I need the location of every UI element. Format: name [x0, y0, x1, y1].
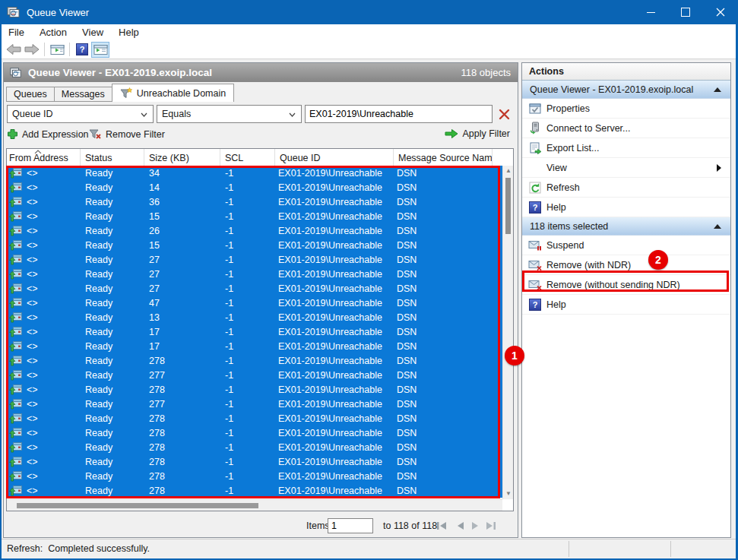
filter-field-select[interactable]: Queue ID: [7, 105, 154, 123]
table-row[interactable]: <>Ready277-1EX01-2019\UnreachableDSN: [7, 397, 502, 411]
action-connect-to-server[interactable]: Connect to Server...: [522, 119, 730, 138]
help-button[interactable]: ?: [73, 41, 91, 58]
filter-operator-select[interactable]: Equals: [157, 105, 302, 123]
back-button[interactable]: [5, 41, 23, 58]
horizontal-scroll-thumb[interactable]: [17, 503, 258, 508]
close-button[interactable]: [703, 0, 738, 24]
cell-message-source: DSN: [397, 442, 473, 453]
vertical-scroll-thumb[interactable]: [505, 178, 511, 234]
table-row[interactable]: <>Ready34-1EX01-2019\UnreachableDSN: [7, 166, 502, 180]
menu-action[interactable]: Action: [32, 27, 74, 38]
tab-queues[interactable]: Queues: [6, 87, 55, 102]
table-row[interactable]: <>Ready277-1EX01-2019\UnreachableDSN: [7, 368, 502, 382]
table-row[interactable]: <>Ready13-1EX01-2019\UnreachableDSN: [7, 310, 502, 324]
table-row[interactable]: <>Ready15-1EX01-2019\UnreachableDSN: [7, 238, 502, 252]
delete-expression-button[interactable]: [496, 106, 512, 122]
filter-value-input[interactable]: [305, 105, 493, 123]
red-x-icon: [499, 109, 510, 120]
table-row[interactable]: <>Ready278-1EX01-2019\UnreachableDSN: [7, 440, 502, 454]
forward-icon: [24, 43, 40, 55]
column-size[interactable]: Size (KB): [144, 149, 220, 166]
column-message-source[interactable]: Message Source Name: [394, 149, 493, 166]
apply-filter-button[interactable]: Apply Filter: [445, 128, 510, 139]
minimize-button[interactable]: [633, 0, 668, 24]
scroll-up-icon[interactable]: ▲: [505, 168, 512, 174]
table-row[interactable]: <>Ready278-1EX01-2019\UnreachableDSN: [7, 411, 502, 426]
next-page-button[interactable]: [471, 521, 480, 533]
previous-page-button[interactable]: [456, 521, 464, 533]
cell-status: Ready: [85, 211, 149, 222]
cell-queue-id: EX01-2019\Unreachable: [278, 370, 397, 381]
action-view[interactable]: View: [522, 158, 730, 178]
table-row[interactable]: <>Ready27-1EX01-2019\UnreachableDSN: [7, 252, 502, 267]
table-row[interactable]: <>Ready27-1EX01-2019\UnreachableDSN: [7, 267, 502, 281]
table-row[interactable]: <>Ready47-1EX01-2019\UnreachableDSN: [7, 296, 502, 310]
actions-pane-title: Actions: [522, 63, 730, 81]
action-properties[interactable]: Properties: [522, 99, 730, 119]
table-row[interactable]: <>Ready17-1EX01-2019\UnreachableDSN: [7, 339, 502, 353]
table-row[interactable]: <>Ready17-1EX01-2019\UnreachableDSN: [7, 324, 502, 339]
table-row[interactable]: <>Ready278-1EX01-2019\UnreachableDSN: [7, 382, 502, 397]
table-row[interactable]: <>Ready278-1EX01-2019\UnreachableDSN: [7, 426, 502, 440]
cell-scl: -1: [225, 370, 278, 381]
table-row[interactable]: <>Ready14-1EX01-2019\UnreachableDSN: [7, 180, 502, 195]
table-row[interactable]: <>Ready36-1EX01-2019\UnreachableDSN: [7, 195, 502, 209]
vertical-scrollbar[interactable]: ▲ ▼: [502, 166, 513, 499]
cell-from-address: <>: [23, 457, 85, 467]
table-row[interactable]: <>Ready278-1EX01-2019\UnreachableDSN: [7, 483, 502, 498]
table-row[interactable]: <>Ready26-1EX01-2019\UnreachableDSN: [7, 223, 502, 238]
message-icon: [9, 297, 23, 308]
action-help-server[interactable]: ? Help: [522, 198, 730, 217]
cell-queue-id: EX01-2019\Unreachable: [278, 226, 397, 236]
chevron-down-icon: [141, 112, 147, 117]
items-page-input[interactable]: [328, 518, 373, 533]
action-suspend[interactable]: Suspend: [522, 236, 730, 255]
maximize-button[interactable]: [668, 0, 703, 24]
cell-size: 277: [149, 370, 225, 381]
table-row[interactable]: <>Ready278-1EX01-2019\UnreachableDSN: [7, 353, 502, 368]
actions-section-header-selection[interactable]: 118 items selected: [522, 217, 730, 236]
menu-file[interactable]: File: [2, 27, 32, 38]
menu-view[interactable]: View: [74, 27, 111, 38]
cell-from-address: <>: [23, 471, 85, 482]
message-icon: [9, 268, 23, 280]
table-row[interactable]: <>Ready278-1EX01-2019\UnreachableDSN: [7, 469, 502, 483]
table-row[interactable]: <>Ready15-1EX01-2019\UnreachableDSN: [7, 209, 502, 223]
action-refresh[interactable]: Refresh: [522, 178, 730, 198]
cell-scl: -1: [225, 413, 278, 424]
last-page-button[interactable]: [485, 521, 496, 533]
cell-status: Ready: [85, 197, 149, 207]
cell-message-source: DSN: [397, 457, 473, 467]
show-console-tree-button[interactable]: [48, 41, 66, 58]
actions-section-header-server[interactable]: Queue Viewer - EX01-2019.exoip.local: [522, 81, 730, 99]
cell-message-source: DSN: [397, 226, 473, 236]
action-remove-with-ndr[interactable]: Remove (with NDR): [522, 255, 730, 275]
column-from-address[interactable]: From Address: [7, 149, 81, 166]
message-icon: [9, 254, 23, 265]
minimize-icon: [647, 12, 655, 13]
add-expression-button[interactable]: Add Expression: [7, 128, 89, 140]
green-arrow-icon: [445, 128, 458, 139]
first-page-button[interactable]: [436, 521, 448, 533]
message-icon: [9, 312, 23, 323]
forward-button[interactable]: [23, 41, 41, 58]
column-queue-id[interactable]: Queue ID: [275, 149, 394, 166]
back-icon: [6, 43, 21, 55]
properties-icon: [527, 103, 543, 115]
menu-help[interactable]: Help: [111, 27, 147, 38]
cell-status: Ready: [85, 370, 149, 381]
action-remove-without-ndr[interactable]: Remove (without sending NDR): [522, 275, 730, 295]
table-row[interactable]: <>Ready278-1EX01-2019\UnreachableDSN: [7, 454, 502, 469]
column-status[interactable]: Status: [81, 149, 144, 166]
table-row[interactable]: <>Ready27-1EX01-2019\UnreachableDSN: [7, 281, 502, 296]
tab-unreachable-domain[interactable]: Unreachable Domain: [112, 84, 234, 102]
column-scl[interactable]: SCL: [220, 149, 275, 166]
cell-message-source: DSN: [397, 471, 473, 482]
action-export-list[interactable]: Export List...: [522, 138, 730, 158]
remove-filter-button[interactable]: Remove Filter: [89, 128, 165, 140]
horizontal-scrollbar[interactable]: [7, 499, 502, 511]
scroll-down-icon[interactable]: ▼: [505, 491, 512, 497]
action-help-selection[interactable]: ? Help: [522, 295, 730, 315]
tab-messages[interactable]: Messages: [54, 87, 112, 102]
toggle-action-pane-button[interactable]: [91, 42, 109, 58]
